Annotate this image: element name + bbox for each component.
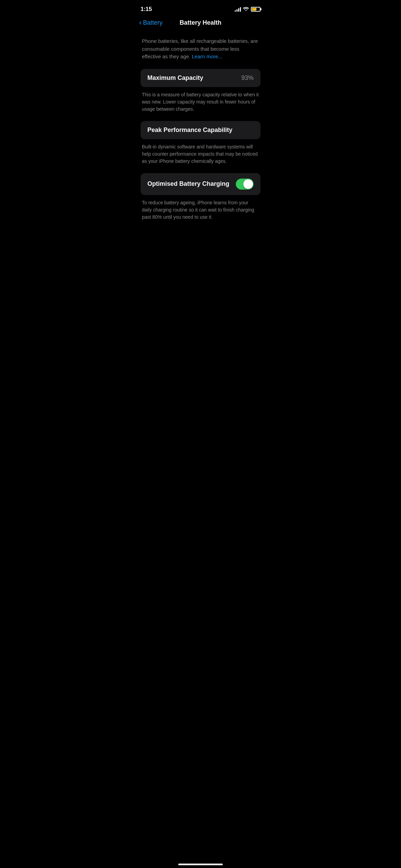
capacity-label: Maximum Capacity [147, 74, 203, 82]
signal-bar-2 [236, 9, 238, 12]
toggle-knob [243, 179, 253, 189]
signal-bar-4 [240, 7, 241, 12]
battery-description: Phone batteries, like all rechargeable b… [141, 37, 260, 61]
back-button[interactable]: ‹ Battery [139, 19, 173, 26]
signal-bar-1 [235, 10, 236, 12]
charging-description: To reduce battery ageing, iPhone learns … [141, 199, 260, 221]
peak-description: Built-in dynamic software and hardware s… [141, 143, 260, 165]
back-label: Battery [143, 19, 162, 26]
nav-header: ‹ Battery Battery Health [134, 16, 267, 32]
status-bar: 1:15 ⚡ [134, 0, 267, 16]
maximum-capacity-card: Maximum Capacity 93% [141, 69, 260, 87]
capacity-description: This is a measure of battery capacity re… [141, 91, 260, 113]
charging-row: Optimised Battery Charging [147, 179, 254, 190]
page-title: Battery Health [180, 19, 221, 26]
status-time: 1:15 [141, 6, 152, 13]
signal-bars-icon [235, 7, 241, 12]
capacity-value: 93% [241, 74, 254, 82]
optimised-charging-card: Optimised Battery Charging [141, 173, 260, 195]
capacity-row: Maximum Capacity 93% [147, 74, 254, 82]
peak-performance-card: Peak Performance Capability [141, 121, 260, 139]
wifi-icon [243, 7, 249, 12]
status-icons: ⚡ [235, 7, 260, 12]
charging-label: Optimised Battery Charging [147, 180, 229, 188]
back-chevron-icon: ‹ [139, 19, 142, 26]
main-content: Phone batteries, like all rechargeable b… [134, 32, 267, 226]
optimised-charging-toggle[interactable] [236, 179, 254, 190]
peak-row: Peak Performance Capability [147, 126, 254, 134]
peak-label: Peak Performance Capability [147, 126, 232, 134]
learn-more-link[interactable]: Learn more... [192, 53, 222, 59]
battery-icon: ⚡ [251, 7, 260, 12]
signal-bar-3 [238, 8, 239, 12]
